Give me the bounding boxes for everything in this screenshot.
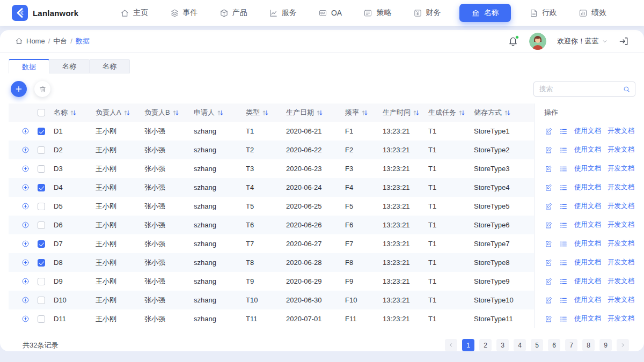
dev-doc-link[interactable]: 开发文档 xyxy=(608,295,634,305)
nav-item-8[interactable]: 行政 xyxy=(526,4,560,21)
list-detail-icon[interactable] xyxy=(559,221,568,230)
user-menu[interactable]: 欢迎你！蓝蓝 xyxy=(557,36,608,46)
search-input[interactable] xyxy=(539,85,623,93)
row-checkbox[interactable] xyxy=(38,128,45,135)
column-header-name[interactable]: 名称 xyxy=(54,108,96,117)
tab-0[interactable]: 数据 xyxy=(9,59,49,73)
page-9[interactable]: 9 xyxy=(599,339,612,351)
page-3[interactable]: 3 xyxy=(496,339,509,351)
expand-row-icon[interactable] xyxy=(21,240,30,248)
list-detail-icon[interactable] xyxy=(559,277,568,286)
breadcrumb-item-0[interactable]: Home xyxy=(26,37,45,45)
expand-row-icon[interactable] xyxy=(21,315,30,323)
notification-bell-icon[interactable] xyxy=(508,36,518,47)
edit-icon[interactable] xyxy=(544,202,553,211)
nav-item-4[interactable]: OA xyxy=(315,5,345,21)
sort-icon[interactable] xyxy=(172,109,179,116)
avatar[interactable] xyxy=(529,33,546,50)
list-detail-icon[interactable] xyxy=(559,146,568,154)
expand-row-icon[interactable] xyxy=(21,183,30,191)
column-header-type[interactable]: 类型 xyxy=(246,108,286,117)
edit-icon[interactable] xyxy=(544,165,553,173)
dev-doc-link[interactable]: 开发文档 xyxy=(608,258,634,267)
row-checkbox[interactable] xyxy=(38,278,45,285)
nav-item-5[interactable]: 策略 xyxy=(360,4,394,21)
edit-icon[interactable] xyxy=(544,315,553,323)
page-5[interactable]: 5 xyxy=(531,339,543,351)
tab-2[interactable]: 名称 xyxy=(89,59,130,73)
sort-icon[interactable] xyxy=(504,109,511,116)
expand-row-icon[interactable] xyxy=(21,127,30,135)
column-header-prod_date[interactable]: 生产日期 xyxy=(286,108,345,117)
usage-doc-link[interactable]: 使用文档 xyxy=(574,277,601,286)
edit-icon[interactable] xyxy=(544,127,553,136)
brand-logo[interactable]: Lanlanwork xyxy=(12,5,78,21)
tab-1[interactable]: 名称 xyxy=(49,59,90,73)
list-detail-icon[interactable] xyxy=(559,165,568,173)
dev-doc-link[interactable]: 开发文档 xyxy=(608,145,634,154)
dev-doc-link[interactable]: 开发文档 xyxy=(608,127,634,136)
search-icon[interactable] xyxy=(623,85,631,93)
expand-row-icon[interactable] xyxy=(21,221,30,229)
expand-row-icon[interactable] xyxy=(21,277,30,285)
usage-doc-link[interactable]: 使用文档 xyxy=(574,220,601,230)
list-detail-icon[interactable] xyxy=(559,240,568,248)
expand-row-icon[interactable] xyxy=(21,258,30,267)
sort-icon[interactable] xyxy=(70,109,77,116)
nav-item-9[interactable]: 绩效 xyxy=(575,4,610,21)
breadcrumb-item-2[interactable]: 数据 xyxy=(76,36,90,46)
column-header-owner_b[interactable]: 负责人B xyxy=(144,108,194,117)
usage-doc-link[interactable]: 使用文档 xyxy=(574,258,601,267)
nav-item-7[interactable]: 名称 xyxy=(459,4,511,22)
usage-doc-link[interactable]: 使用文档 xyxy=(574,183,601,192)
page-2[interactable]: 2 xyxy=(479,339,492,351)
row-checkbox[interactable] xyxy=(38,315,45,323)
column-header-owner_a[interactable]: 负责人A xyxy=(96,108,144,117)
list-detail-icon[interactable] xyxy=(559,296,568,305)
list-detail-icon[interactable] xyxy=(559,202,568,211)
dev-doc-link[interactable]: 开发文档 xyxy=(608,277,634,286)
nav-item-3[interactable]: 服务 xyxy=(266,4,300,21)
list-detail-icon[interactable] xyxy=(559,315,568,323)
dev-doc-link[interactable]: 开发文档 xyxy=(608,164,634,173)
select-all-checkbox[interactable] xyxy=(38,109,45,116)
add-button[interactable] xyxy=(11,81,27,97)
sort-icon[interactable] xyxy=(361,109,368,116)
row-checkbox[interactable] xyxy=(38,203,45,210)
chevron-right-icon[interactable] xyxy=(617,339,629,351)
page-4[interactable]: 4 xyxy=(514,339,526,351)
list-detail-icon[interactable] xyxy=(559,258,568,267)
nav-item-0[interactable]: 主页 xyxy=(117,4,151,21)
edit-icon[interactable] xyxy=(544,240,553,248)
edit-icon[interactable] xyxy=(544,146,553,154)
nav-item-2[interactable]: 产品 xyxy=(216,4,251,21)
row-checkbox[interactable] xyxy=(38,165,45,173)
dev-doc-link[interactable]: 开发文档 xyxy=(608,239,634,248)
page-6[interactable]: 6 xyxy=(548,339,560,351)
sort-icon[interactable] xyxy=(217,109,224,116)
edit-icon[interactable] xyxy=(544,221,553,230)
breadcrumb-item-1[interactable]: 中台 xyxy=(53,36,67,46)
usage-doc-link[interactable]: 使用文档 xyxy=(574,145,601,154)
column-header-store[interactable]: 储存方式 xyxy=(474,108,534,117)
expand-row-icon[interactable] xyxy=(21,296,30,304)
usage-doc-link[interactable]: 使用文档 xyxy=(574,164,601,173)
logout-icon[interactable] xyxy=(618,36,629,47)
row-checkbox[interactable] xyxy=(38,240,45,248)
nav-item-6[interactable]: 财务 xyxy=(410,4,444,21)
usage-doc-link[interactable]: 使用文档 xyxy=(574,202,601,211)
column-header-applicant[interactable]: 申请人 xyxy=(194,108,246,117)
list-detail-icon[interactable] xyxy=(559,183,568,192)
dev-doc-link[interactable]: 开发文档 xyxy=(608,202,634,211)
expand-row-icon[interactable] xyxy=(21,165,30,173)
row-checkbox[interactable] xyxy=(38,221,45,229)
page-1[interactable]: 1 xyxy=(462,339,474,351)
list-detail-icon[interactable] xyxy=(559,127,568,136)
dev-doc-link[interactable]: 开发文档 xyxy=(608,314,634,323)
sort-icon[interactable] xyxy=(316,109,323,116)
usage-doc-link[interactable]: 使用文档 xyxy=(574,314,601,323)
edit-icon[interactable] xyxy=(544,296,553,305)
page-8[interactable]: 8 xyxy=(582,339,595,351)
column-header-prod_time[interactable]: 生产时间 xyxy=(383,108,428,117)
sort-icon[interactable] xyxy=(458,109,465,116)
